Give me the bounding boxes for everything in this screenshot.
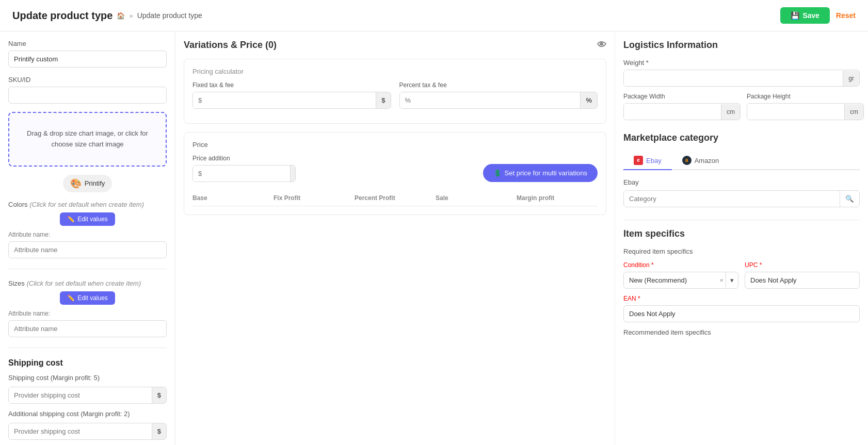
edit-values-colors-button[interactable]: ✏️ Edit values (60, 212, 115, 226)
weight-input-wrap: gr (623, 70, 860, 87)
upc-field: UPC * (745, 261, 860, 289)
shipping-cost-field: Shipping cost (Margin profit: 5) $ (8, 374, 167, 404)
package-width-label: Package Width (623, 93, 741, 100)
ebay-section: Ebay 🔍 (623, 178, 860, 207)
variations-title: Variations & Price (0) (184, 40, 277, 51)
table-header-percent-profit: Percent Profit (355, 194, 436, 202)
category-search-button[interactable]: 🔍 (840, 191, 859, 207)
package-width-input-wrap: cm (623, 103, 741, 120)
save-button[interactable]: 💾 Save (780, 7, 830, 24)
pricing-tax-row: Fixed tax & fee $ Percent tax & fee % (192, 81, 598, 109)
weight-suffix: gr (843, 71, 859, 86)
breadcrumb-separator: » (129, 12, 133, 20)
percent-tax-field: Percent tax & fee % (399, 81, 598, 109)
table-header-base: Base (192, 194, 274, 202)
shipping-title: Shipping cost (8, 358, 167, 368)
ean-section: EAN * (623, 295, 860, 322)
reset-button[interactable]: Reset (836, 11, 856, 20)
shipping-cost-input[interactable] (9, 387, 152, 403)
eye-icon[interactable]: 👁 (597, 40, 606, 51)
attribute-name-colors-input[interactable] (8, 241, 167, 258)
sku-field-group: SKU/ID (8, 76, 167, 104)
additional-cost-suffix: $ (152, 423, 166, 439)
upc-label: UPC * (745, 261, 860, 269)
image-drop-zone[interactable]: Drag & drop size chart image, or click f… (8, 112, 167, 167)
divider-1 (8, 269, 167, 269)
edit-values-sizes-button[interactable]: ✏️ Edit values (60, 291, 115, 305)
provider-icon: 🎨 (70, 178, 82, 189)
ean-label: EAN * (623, 295, 860, 302)
fixed-tax-label: Fixed tax & fee (192, 81, 391, 89)
provider-badge[interactable]: 🎨 Printify (63, 175, 112, 192)
condition-value: New (Recommend) (624, 272, 717, 288)
package-height-input-wrap: cm (747, 103, 864, 120)
tab-amazon-label: Amazon (695, 157, 719, 164)
price-addition-input[interactable] (193, 166, 290, 182)
package-height-suffix: cm (844, 104, 863, 120)
item-specifics-section: Item specifics Required item specifics C… (623, 220, 860, 336)
center-panel: Variations & Price (0) 👁 Pricing calcula… (175, 31, 615, 445)
package-height-label: Package Height (747, 93, 864, 100)
sku-input[interactable] (8, 87, 167, 104)
page-title: Update product type (12, 10, 112, 22)
weight-label: Weight * (623, 59, 860, 67)
marketplace-tabs: e Ebay a Amazon (623, 152, 860, 170)
percent-tax-label: Percent tax & fee (399, 81, 598, 89)
tab-amazon[interactable]: a Amazon (672, 152, 730, 170)
table-header-margin-profit: Margin profit (517, 194, 598, 202)
attribute-name-sizes-group: Attribute name: (8, 309, 167, 337)
price-section: Price Price addition $ 💲 Set price for m… (184, 132, 606, 215)
package-width-input[interactable] (624, 104, 721, 120)
set-price-wrap: 💲 Set price for multi variations (399, 164, 598, 182)
package-width-field: Package Width cm (623, 93, 741, 120)
marketplace-title: Marketplace category (623, 133, 860, 143)
main-content: Name SKU/ID Drag & drop size chart image… (0, 31, 868, 445)
edit-icon-sizes: ✏️ (67, 294, 75, 302)
ean-input[interactable] (623, 305, 860, 322)
weight-input[interactable] (624, 70, 843, 86)
right-panel: Logistics Information Weight * gr Packag… (615, 31, 868, 445)
sku-label: SKU/ID (8, 76, 167, 84)
percent-tax-suffix: % (580, 92, 597, 108)
attribute-name-sizes-label: Attribute name: (8, 310, 167, 317)
additional-cost-input-wrap: $ (8, 423, 167, 440)
edit-icon-colors: ✏️ (67, 216, 75, 223)
home-icon: 🏠 (117, 12, 125, 20)
table-header-fix-profit: Fix Profit (274, 194, 355, 202)
image-drop-text: Drag & drop size chart image, or click f… (27, 129, 148, 148)
sizes-label: Sizes (Click for set default when create… (8, 279, 167, 287)
attribute-name-colors-label: Attribute name: (8, 231, 167, 238)
price-addition-label: Price addition (192, 155, 391, 162)
price-addition-row: Price addition $ 💲 Set price for multi v… (192, 155, 598, 182)
edit-values-sizes-wrap: ✏️ Edit values (8, 291, 167, 305)
variations-title-row: Variations & Price (0) 👁 (184, 40, 606, 51)
condition-select-wrap: New (Recommend) × ▾ (623, 272, 738, 289)
attribute-name-sizes-input[interactable] (8, 320, 167, 337)
marketplace-section: Marketplace category e Ebay a Amazon Eba… (623, 133, 860, 207)
set-price-button[interactable]: 💲 Set price for multi variations (483, 164, 598, 182)
additional-cost-input[interactable] (9, 423, 152, 439)
sizes-section: Sizes (Click for set default when create… (8, 279, 167, 337)
condition-chevron-button[interactable]: ▾ (726, 272, 738, 288)
required-specifics-label: Required item specifics (623, 248, 860, 255)
upc-input[interactable] (745, 272, 860, 289)
fixed-tax-input[interactable] (193, 92, 376, 108)
category-input[interactable] (624, 191, 840, 207)
dimensions-row: Package Width cm Package Height cm Packa… (623, 93, 860, 120)
condition-field: Condition * New (Recommend) × ▾ (623, 261, 738, 289)
condition-clear-button[interactable]: × (717, 272, 726, 288)
logistics-title: Logistics Information (623, 40, 860, 51)
package-height-input[interactable] (747, 104, 844, 120)
fixed-tax-suffix: $ (376, 92, 390, 108)
price-addition-suffix: $ (290, 166, 296, 182)
name-input[interactable] (8, 51, 167, 68)
save-icon: 💾 (791, 11, 799, 20)
percent-tax-input[interactable] (400, 92, 581, 108)
header-actions: 💾 Save Reset (780, 7, 856, 24)
tab-ebay[interactable]: e Ebay (623, 152, 672, 170)
table-header-sale: Sale (436, 194, 517, 202)
shipping-cost-input-wrap: $ (8, 387, 167, 404)
package-height-field: Package Height cm (747, 93, 864, 120)
left-panel: Name SKU/ID Drag & drop size chart image… (0, 31, 175, 445)
colors-section: Colors (Click for set default when creat… (8, 201, 167, 258)
